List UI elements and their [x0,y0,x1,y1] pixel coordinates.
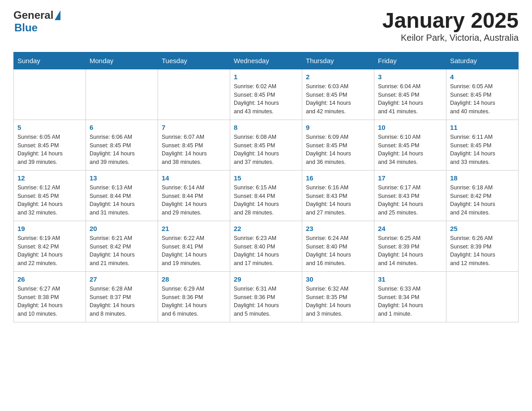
day-cell: 12Sunrise: 6:12 AM Sunset: 8:45 PM Dayli… [14,170,86,221]
calendar-table: SundayMondayTuesdayWednesdayThursdayFrid… [13,52,519,322]
day-cell: 23Sunrise: 6:24 AM Sunset: 8:40 PM Dayli… [302,221,374,271]
calendar-subtitle: Keilor Park, Victoria, Australia [382,33,519,43]
day-number: 22 [234,225,298,232]
day-cell: 14Sunrise: 6:14 AM Sunset: 8:44 PM Dayli… [158,170,230,221]
day-cell [86,69,158,120]
day-number: 27 [90,275,154,283]
logo-general-text: General [13,9,53,21]
day-info: Sunrise: 6:10 AM Sunset: 8:45 PM Dayligh… [378,133,442,167]
day-number: 21 [162,225,226,232]
day-number: 20 [90,225,154,232]
day-cell: 30Sunrise: 6:32 AM Sunset: 8:35 PM Dayli… [302,271,374,322]
day-cell: 22Sunrise: 6:23 AM Sunset: 8:40 PM Dayli… [230,221,302,271]
day-number: 29 [234,275,298,283]
day-cell: 31Sunrise: 6:33 AM Sunset: 8:34 PM Dayli… [374,271,446,322]
day-cell: 20Sunrise: 6:21 AM Sunset: 8:42 PM Dayli… [86,221,158,271]
day-number: 13 [90,174,154,182]
day-cell: 10Sunrise: 6:10 AM Sunset: 8:45 PM Dayli… [374,120,446,170]
day-info: Sunrise: 6:22 AM Sunset: 8:41 PM Dayligh… [162,234,226,268]
day-number: 16 [306,174,370,182]
day-number: 2 [306,73,370,81]
day-number: 11 [450,124,515,131]
header-row: SundayMondayTuesdayWednesdayThursdayFrid… [14,52,519,69]
page-header: General Blue January 2025 Keilor Park, V… [13,9,519,43]
day-cell: 21Sunrise: 6:22 AM Sunset: 8:41 PM Dayli… [158,221,230,271]
day-number: 18 [450,174,515,182]
header-cell-friday: Friday [374,52,446,69]
day-number: 14 [162,174,226,182]
day-cell: 24Sunrise: 6:25 AM Sunset: 8:39 PM Dayli… [374,221,446,271]
day-number: 7 [162,124,226,131]
calendar-header: SundayMondayTuesdayWednesdayThursdayFrid… [14,52,519,69]
header-cell-saturday: Saturday [446,52,519,69]
week-row-3: 19Sunrise: 6:19 AM Sunset: 8:42 PM Dayli… [14,221,519,271]
day-info: Sunrise: 6:15 AM Sunset: 8:44 PM Dayligh… [234,184,298,217]
day-cell: 5Sunrise: 6:05 AM Sunset: 8:45 PM Daylig… [14,120,86,170]
day-info: Sunrise: 6:19 AM Sunset: 8:42 PM Dayligh… [17,234,82,268]
day-info: Sunrise: 6:28 AM Sunset: 8:37 PM Dayligh… [90,285,154,318]
day-cell: 6Sunrise: 6:06 AM Sunset: 8:45 PM Daylig… [86,120,158,170]
day-info: Sunrise: 6:31 AM Sunset: 8:36 PM Dayligh… [234,285,298,318]
day-number: 31 [378,275,442,283]
day-info: Sunrise: 6:04 AM Sunset: 8:45 PM Dayligh… [378,82,442,116]
day-number: 30 [306,275,370,283]
day-cell: 27Sunrise: 6:28 AM Sunset: 8:37 PM Dayli… [86,271,158,322]
day-number: 19 [17,225,82,232]
day-info: Sunrise: 6:26 AM Sunset: 8:39 PM Dayligh… [450,234,515,268]
header-cell-thursday: Thursday [302,52,374,69]
day-info: Sunrise: 6:08 AM Sunset: 8:45 PM Dayligh… [234,133,298,167]
day-number: 10 [378,124,442,131]
day-cell: 9Sunrise: 6:09 AM Sunset: 8:45 PM Daylig… [302,120,374,170]
day-cell: 15Sunrise: 6:15 AM Sunset: 8:44 PM Dayli… [230,170,302,221]
day-cell: 19Sunrise: 6:19 AM Sunset: 8:42 PM Dayli… [14,221,86,271]
day-info: Sunrise: 6:11 AM Sunset: 8:45 PM Dayligh… [450,133,515,167]
week-row-0: 1Sunrise: 6:02 AM Sunset: 8:45 PM Daylig… [14,69,519,120]
day-cell: 28Sunrise: 6:29 AM Sunset: 8:36 PM Dayli… [158,271,230,322]
day-info: Sunrise: 6:02 AM Sunset: 8:45 PM Dayligh… [234,82,298,116]
day-info: Sunrise: 6:17 AM Sunset: 8:43 PM Dayligh… [378,184,442,217]
day-info: Sunrise: 6:25 AM Sunset: 8:39 PM Dayligh… [378,234,442,268]
day-cell [158,69,230,120]
logo-triangle-icon [55,10,60,20]
day-info: Sunrise: 6:13 AM Sunset: 8:44 PM Dayligh… [90,184,154,217]
week-row-2: 12Sunrise: 6:12 AM Sunset: 8:45 PM Dayli… [14,170,519,221]
day-info: Sunrise: 6:29 AM Sunset: 8:36 PM Dayligh… [162,285,226,318]
week-row-4: 26Sunrise: 6:27 AM Sunset: 8:38 PM Dayli… [14,271,519,322]
day-cell: 26Sunrise: 6:27 AM Sunset: 8:38 PM Dayli… [14,271,86,322]
day-cell [446,271,519,322]
day-number: 1 [234,73,298,81]
day-number: 15 [234,174,298,182]
day-info: Sunrise: 6:32 AM Sunset: 8:35 PM Dayligh… [306,285,370,318]
week-row-1: 5Sunrise: 6:05 AM Sunset: 8:45 PM Daylig… [14,120,519,170]
day-info: Sunrise: 6:27 AM Sunset: 8:38 PM Dayligh… [17,285,82,318]
day-number: 25 [450,225,515,232]
day-info: Sunrise: 6:07 AM Sunset: 8:45 PM Dayligh… [162,133,226,167]
day-info: Sunrise: 6:14 AM Sunset: 8:44 PM Dayligh… [162,184,226,217]
day-number: 23 [306,225,370,232]
title-section: January 2025 Keilor Park, Victoria, Aust… [382,9,519,43]
day-cell: 17Sunrise: 6:17 AM Sunset: 8:43 PM Dayli… [374,170,446,221]
day-cell: 2Sunrise: 6:03 AM Sunset: 8:45 PM Daylig… [302,69,374,120]
day-number: 5 [17,124,82,131]
day-cell: 7Sunrise: 6:07 AM Sunset: 8:45 PM Daylig… [158,120,230,170]
header-cell-sunday: Sunday [14,52,86,69]
day-cell: 4Sunrise: 6:05 AM Sunset: 8:45 PM Daylig… [446,69,519,120]
day-info: Sunrise: 6:05 AM Sunset: 8:45 PM Dayligh… [450,82,515,116]
day-info: Sunrise: 6:12 AM Sunset: 8:45 PM Dayligh… [17,184,82,217]
day-cell: 13Sunrise: 6:13 AM Sunset: 8:44 PM Dayli… [86,170,158,221]
header-cell-monday: Monday [86,52,158,69]
day-info: Sunrise: 6:09 AM Sunset: 8:45 PM Dayligh… [306,133,370,167]
day-info: Sunrise: 6:05 AM Sunset: 8:45 PM Dayligh… [17,133,82,167]
day-number: 26 [17,275,82,283]
day-info: Sunrise: 6:03 AM Sunset: 8:45 PM Dayligh… [306,82,370,116]
day-number: 28 [162,275,226,283]
day-number: 24 [378,225,442,232]
day-number: 8 [234,124,298,131]
day-info: Sunrise: 6:23 AM Sunset: 8:40 PM Dayligh… [234,234,298,268]
day-info: Sunrise: 6:18 AM Sunset: 8:42 PM Dayligh… [450,184,515,217]
day-cell: 3Sunrise: 6:04 AM Sunset: 8:45 PM Daylig… [374,69,446,120]
day-info: Sunrise: 6:16 AM Sunset: 8:43 PM Dayligh… [306,184,370,217]
calendar-body: 1Sunrise: 6:02 AM Sunset: 8:45 PM Daylig… [14,69,519,322]
day-cell: 8Sunrise: 6:08 AM Sunset: 8:45 PM Daylig… [230,120,302,170]
header-cell-tuesday: Tuesday [158,52,230,69]
